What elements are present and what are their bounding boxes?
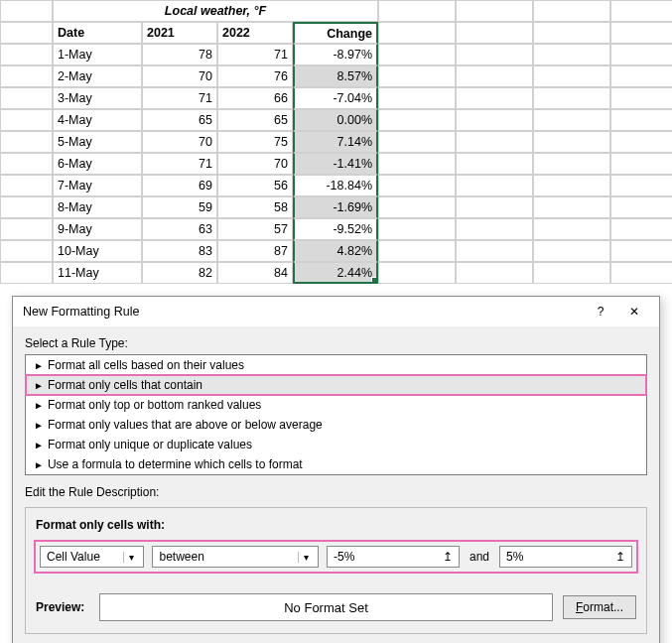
data-cell[interactable]: 65	[142, 109, 217, 131]
cell[interactable]	[610, 87, 672, 109]
cell[interactable]	[0, 153, 53, 175]
cell[interactable]	[456, 87, 533, 109]
data-cell[interactable]: 66	[217, 87, 293, 109]
change-cell[interactable]: -18.84%	[293, 175, 378, 196]
date-cell[interactable]: 1-May	[53, 44, 142, 65]
cell[interactable]	[610, 65, 672, 87]
cell[interactable]	[610, 0, 672, 22]
data-cell[interactable]: 84	[217, 262, 293, 284]
cell[interactable]	[0, 240, 53, 262]
data-cell[interactable]: 71	[142, 87, 217, 109]
cell[interactable]	[533, 175, 610, 196]
cell[interactable]	[456, 153, 533, 175]
cell[interactable]	[610, 153, 672, 175]
data-cell[interactable]: 65	[217, 109, 293, 131]
data-cell[interactable]: 63	[142, 218, 217, 240]
cell[interactable]	[533, 196, 610, 218]
cell[interactable]	[610, 240, 672, 262]
data-cell[interactable]: 56	[217, 175, 293, 196]
cell[interactable]	[378, 22, 456, 44]
cell[interactable]	[0, 218, 53, 240]
date-cell[interactable]: 8-May	[53, 196, 142, 218]
change-cell[interactable]: 8.57%	[293, 65, 378, 87]
date-cell[interactable]: 5-May	[53, 131, 142, 153]
cell[interactable]	[378, 240, 456, 262]
date-cell[interactable]: 10-May	[53, 240, 142, 262]
cell[interactable]	[610, 262, 672, 284]
date-cell[interactable]: 6-May	[53, 153, 142, 175]
cell[interactable]	[533, 65, 610, 87]
cell[interactable]	[0, 22, 53, 44]
date-cell[interactable]: 2-May	[53, 65, 142, 87]
cell[interactable]	[378, 109, 456, 131]
change-cell[interactable]: 4.82%	[293, 240, 378, 262]
cell[interactable]	[456, 262, 533, 284]
data-cell[interactable]: 59	[142, 196, 217, 218]
data-cell[interactable]: 78	[142, 44, 217, 65]
cell[interactable]	[456, 44, 533, 65]
data-cell[interactable]: 87	[217, 240, 293, 262]
cell[interactable]	[378, 65, 456, 87]
data-cell[interactable]: 58	[217, 196, 293, 218]
cell[interactable]	[0, 175, 53, 196]
change-cell[interactable]: 7.14%	[293, 131, 378, 153]
date-cell[interactable]: 3-May	[53, 87, 142, 109]
cell[interactable]	[533, 153, 610, 175]
cell[interactable]	[456, 240, 533, 262]
cell[interactable]	[0, 262, 53, 284]
data-cell[interactable]: 75	[217, 131, 293, 153]
cell[interactable]	[456, 175, 533, 196]
cell[interactable]	[456, 0, 533, 22]
cell[interactable]	[610, 175, 672, 196]
cell[interactable]	[378, 196, 456, 218]
cell[interactable]	[0, 87, 53, 109]
cell[interactable]	[378, 175, 456, 196]
data-cell[interactable]: 83	[142, 240, 217, 262]
cell[interactable]	[378, 87, 456, 109]
cell[interactable]	[378, 262, 456, 284]
cell[interactable]	[0, 44, 53, 65]
cell[interactable]	[378, 0, 456, 22]
cell[interactable]	[533, 22, 610, 44]
data-cell[interactable]: 82	[142, 262, 217, 284]
cell[interactable]	[456, 196, 533, 218]
date-cell[interactable]: 11-May	[53, 262, 142, 284]
cell[interactable]	[456, 22, 533, 44]
cell[interactable]	[533, 218, 610, 240]
cell[interactable]	[456, 65, 533, 87]
data-cell[interactable]: 71	[217, 44, 293, 65]
cell[interactable]	[378, 44, 456, 65]
data-cell[interactable]: 70	[142, 65, 217, 87]
data-cell[interactable]: 70	[142, 131, 217, 153]
cell[interactable]	[0, 65, 53, 87]
cell[interactable]	[378, 131, 456, 153]
cell[interactable]	[0, 196, 53, 218]
cell[interactable]	[610, 44, 672, 65]
cell[interactable]	[610, 196, 672, 218]
cell[interactable]	[456, 131, 533, 153]
cell[interactable]	[533, 109, 610, 131]
cell[interactable]	[378, 218, 456, 240]
cell[interactable]	[533, 131, 610, 153]
cell[interactable]	[378, 153, 456, 175]
cell[interactable]	[456, 109, 533, 131]
cell[interactable]	[533, 240, 610, 262]
cell[interactable]	[610, 218, 672, 240]
cell[interactable]	[0, 109, 53, 131]
cell[interactable]	[533, 0, 610, 22]
date-cell[interactable]: 9-May	[53, 218, 142, 240]
data-cell[interactable]: 76	[217, 65, 293, 87]
cell[interactable]	[0, 131, 53, 153]
change-cell[interactable]: -1.41%	[293, 153, 378, 175]
data-cell[interactable]: 57	[217, 218, 293, 240]
cell[interactable]	[533, 87, 610, 109]
change-cell[interactable]: -9.52%	[293, 218, 378, 240]
cell[interactable]	[610, 109, 672, 131]
change-cell[interactable]: -1.69%	[293, 196, 378, 218]
cell[interactable]	[456, 218, 533, 240]
date-cell[interactable]: 4-May	[53, 109, 142, 131]
date-cell[interactable]: 7-May	[53, 175, 142, 196]
data-cell[interactable]: 70	[217, 153, 293, 175]
change-cell[interactable]: 0.00%	[293, 109, 378, 131]
cell[interactable]	[533, 44, 610, 65]
